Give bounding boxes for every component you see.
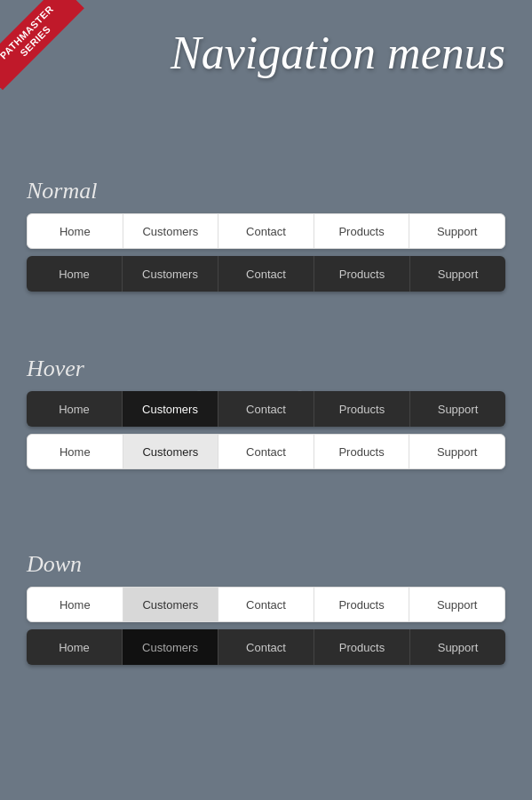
nav-item-home-down-light[interactable]: Home xyxy=(28,588,123,621)
nav-item-home-dark[interactable]: Home xyxy=(27,256,123,292)
nav-item-home[interactable]: Home xyxy=(28,214,123,248)
nav-item-contact-down-light[interactable]: Contact xyxy=(218,588,314,621)
nav-item-customers-down-light[interactable]: Customers xyxy=(123,588,219,621)
nav-item-home-hover-dark[interactable]: Home xyxy=(27,391,123,427)
nav-item-products[interactable]: Products xyxy=(314,214,410,248)
nav-item-support-hover-dark[interactable]: Support xyxy=(410,391,505,427)
ribbon: PATHMASTERSERIES xyxy=(0,0,98,98)
nav-item-products-hover-light[interactable]: Products xyxy=(314,435,410,468)
nav-item-support-down-dark[interactable]: Support xyxy=(410,629,505,665)
section-down: Down Home Customers Contact Products Sup… xyxy=(27,551,505,672)
nav-item-support-dark[interactable]: Support xyxy=(410,256,505,292)
nav-item-support-down-light[interactable]: Support xyxy=(409,588,504,621)
nav-item-support-hover-light[interactable]: Support xyxy=(409,435,504,468)
nav-item-contact-dark[interactable]: Contact xyxy=(218,256,314,292)
section-hover: Hover Home Customers Contact Products Su… xyxy=(27,356,505,476)
nav-item-products-hover-dark[interactable]: Products xyxy=(314,391,410,427)
nav-item-contact-down-dark[interactable]: Contact xyxy=(218,629,314,665)
nav-item-home-down-dark[interactable]: Home xyxy=(27,629,123,665)
nav-bar-hover-dark: Home Customers Contact Products Support xyxy=(27,391,505,427)
section-hover-label: Hover xyxy=(27,356,505,382)
main-title: Navigation menus xyxy=(171,27,505,79)
nav-item-contact-hover-light[interactable]: Contact xyxy=(218,435,314,468)
section-normal-label: Normal xyxy=(27,178,505,204)
nav-item-contact[interactable]: Contact xyxy=(218,214,314,248)
nav-item-contact-hover-dark[interactable]: Contact xyxy=(218,391,314,427)
nav-item-customers-hover-light[interactable]: Customers xyxy=(123,435,219,468)
nav-item-products-down-dark[interactable]: Products xyxy=(314,629,410,665)
page-container: PATHMASTERSERIES Navigation menus dreams… xyxy=(0,0,532,800)
nav-bar-down-light: Home Customers Contact Products Support xyxy=(27,587,505,622)
nav-item-customers-hover-dark[interactable]: Customers xyxy=(123,391,218,427)
section-normal: Normal Home Customers Contact Products S… xyxy=(27,178,505,299)
nav-item-customers[interactable]: Customers xyxy=(123,214,219,248)
nav-bar-down-dark: Home Customers Contact Products Support xyxy=(27,629,505,665)
nav-item-products-dark[interactable]: Products xyxy=(314,256,410,292)
nav-bar-normal-dark: Home Customers Contact Products Support xyxy=(27,256,505,292)
nav-item-customers-down-dark[interactable]: Customers xyxy=(123,629,218,665)
ribbon-label: PATHMASTERSERIES xyxy=(0,0,84,90)
section-down-label: Down xyxy=(27,551,505,578)
nav-item-products-down-light[interactable]: Products xyxy=(314,588,410,621)
nav-item-customers-dark[interactable]: Customers xyxy=(123,256,218,292)
nav-bar-normal-light: Home Customers Contact Products Support xyxy=(27,213,505,249)
nav-bar-hover-light: Home Customers Contact Products Support xyxy=(27,434,505,469)
nav-item-support[interactable]: Support xyxy=(409,214,504,248)
nav-item-home-hover-light[interactable]: Home xyxy=(28,435,123,468)
